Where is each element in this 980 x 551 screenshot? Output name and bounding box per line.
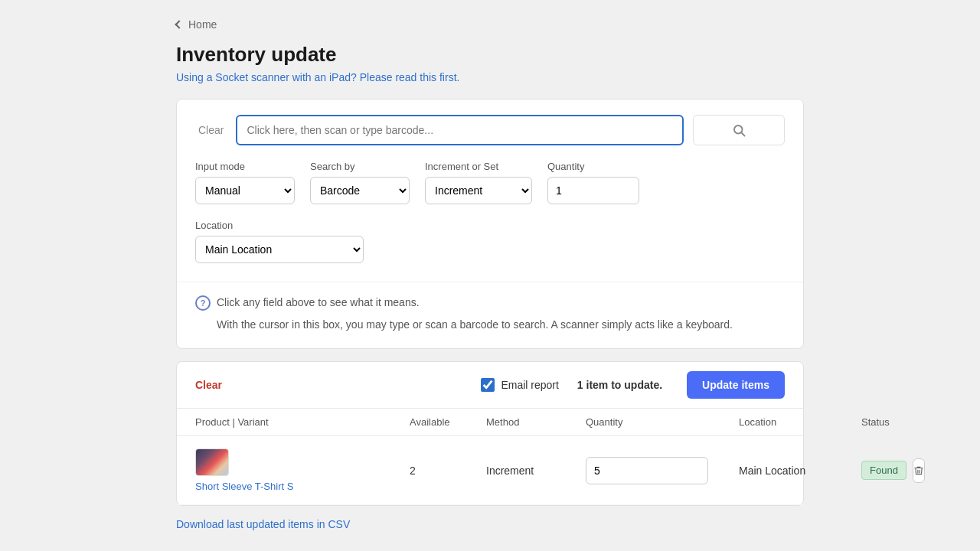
- increment-group: Increment or Set Increment Set: [425, 161, 532, 204]
- help-row: ? Click any field above to see what it m…: [195, 295, 785, 311]
- search-by-label: Search by: [310, 161, 410, 172]
- delete-row-button[interactable]: [913, 458, 925, 483]
- row-quantity-input[interactable]: [586, 457, 708, 484]
- clear-button[interactable]: Clear: [195, 379, 222, 391]
- table-row: Short Sleeve T-Shirt S 2 Increment Main …: [177, 436, 803, 505]
- update-items-button[interactable]: Update items: [687, 371, 785, 399]
- increment-select[interactable]: Increment Set: [425, 177, 532, 204]
- svg-line-1: [741, 132, 744, 135]
- controls-row: Input mode Manual Scan Search by Barcode…: [195, 161, 785, 263]
- chevron-left-icon: [175, 20, 183, 28]
- input-mode-group: Input mode Manual Scan: [195, 161, 295, 204]
- col-product: Product | Variant: [195, 416, 410, 428]
- barcode-input[interactable]: [236, 115, 684, 145]
- product-link[interactable]: Short Sleeve T-Shirt S: [195, 481, 410, 492]
- help-primary-text: Click any field above to see what it mea…: [217, 295, 420, 311]
- location-group: Location Main Location Warehouse Store: [195, 220, 364, 263]
- col-available: Available: [410, 416, 486, 428]
- status-cell: Found: [861, 458, 907, 483]
- back-link[interactable]: Home: [176, 18, 804, 31]
- trash-icon: [913, 465, 924, 476]
- search-by-select[interactable]: Barcode SKU Name: [310, 177, 410, 204]
- product-thumbnail: [195, 448, 229, 476]
- location-select[interactable]: Main Location Warehouse Store: [195, 236, 364, 263]
- product-cell: Short Sleeve T-Shirt S: [195, 448, 410, 492]
- table-header: Product | Variant Available Method Quant…: [177, 409, 803, 436]
- search-button[interactable]: [693, 115, 785, 145]
- search-icon: [732, 123, 746, 137]
- col-method: Method: [486, 416, 586, 428]
- col-status: Status: [861, 416, 907, 428]
- location-cell: Main Location: [739, 465, 861, 477]
- increment-label: Increment or Set: [425, 161, 532, 172]
- subtitle-link[interactable]: Using a Socket scanner with an iPad? Ple…: [176, 71, 804, 83]
- help-secondary-text: With the cursor in this box, you may typ…: [217, 317, 785, 333]
- input-mode-label: Input mode: [195, 161, 295, 172]
- found-badge: Found: [861, 461, 906, 480]
- quantity-input[interactable]: [547, 177, 639, 204]
- col-location: Location: [739, 416, 861, 428]
- items-card: Clear Email report 1 item to update. Upd…: [176, 361, 804, 506]
- download-csv-link[interactable]: Download last updated items in CSV: [176, 518, 804, 530]
- search-by-group: Search by Barcode SKU Name: [310, 161, 410, 204]
- page-title: Inventory update: [176, 43, 804, 67]
- search-card: Clear Input mode Manual Scan: [176, 99, 804, 349]
- question-icon: ?: [195, 295, 211, 311]
- col-quantity: Quantity: [586, 416, 739, 428]
- available-cell: 2: [410, 465, 486, 477]
- search-section: Clear Input mode Manual Scan: [177, 99, 803, 279]
- quantity-label: Quantity: [547, 161, 639, 172]
- location-label: Location: [195, 220, 364, 231]
- input-mode-select[interactable]: Manual Scan: [195, 177, 295, 204]
- email-report-checkbox[interactable]: [481, 378, 495, 392]
- search-row: Clear: [195, 115, 785, 145]
- method-cell: Increment: [486, 465, 586, 477]
- action-bar: Clear Email report 1 item to update. Upd…: [177, 362, 803, 409]
- back-label: Home: [188, 18, 217, 31]
- clear-top-button[interactable]: Clear: [195, 124, 227, 136]
- quantity-group: Quantity: [547, 161, 639, 204]
- email-report-row: Email report: [481, 378, 558, 392]
- email-report-label: Email report: [501, 379, 558, 391]
- items-count: 1 item to update.: [577, 379, 662, 391]
- help-section: ? Click any field above to see what it m…: [177, 282, 803, 348]
